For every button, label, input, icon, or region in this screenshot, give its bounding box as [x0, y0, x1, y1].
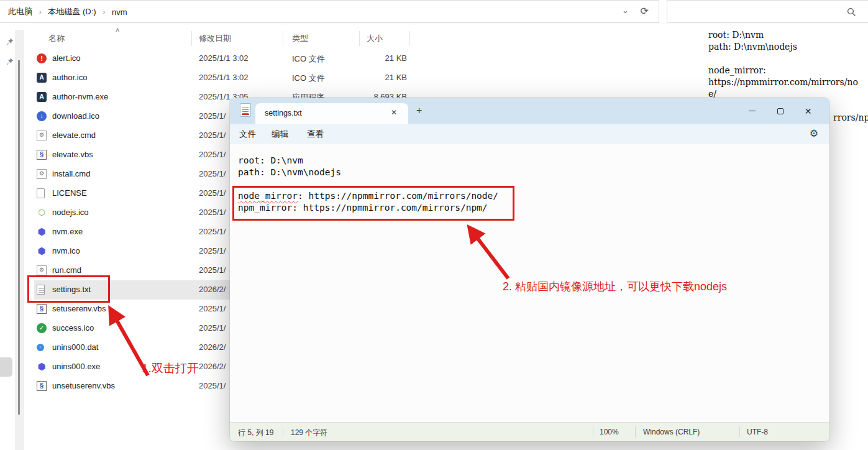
status-char-count: 129 个字符 [291, 428, 327, 438]
explorer-top-bar: 此电脑›本地磁盘 (D:)›nvm ⌄ ⟳ [0, 0, 868, 24]
maximize-button[interactable] [766, 98, 794, 124]
status-divider [739, 426, 740, 437]
file-name: nodejs.ico [52, 208, 89, 217]
column-header-row: ˄ 名称 修改日期 类型 大小 [0, 30, 423, 47]
status-divider [283, 426, 283, 437]
column-header-date[interactable]: 修改日期 [199, 33, 231, 44]
notepad-title-bar[interactable]: settings.txt ✕ + ✕ [230, 98, 829, 124]
status-line-endings[interactable]: Windows (CRLF) [643, 428, 700, 436]
nvm-icon: ⬢ [37, 246, 47, 256]
file-date: 2025/1/ [199, 169, 226, 178]
alert-icon: ! [37, 53, 47, 63]
file-date: 2025/1/1 3:02 [199, 53, 249, 63]
file-name: setuserenv.vbs [52, 304, 106, 313]
file-name: author-nvm.exe [52, 92, 108, 101]
file-date: 2025/1/ [199, 188, 226, 198]
file-row[interactable]: Aauthor.ico2025/1/1 3:02ICO 文件21 KB [0, 68, 411, 88]
author-icon: A [37, 92, 47, 102]
annotation-step2: 2. 粘贴国内镜像源地址，可以更快下载nodejs [503, 279, 727, 294]
status-divider [635, 426, 636, 437]
file-name: alert.ico [52, 53, 81, 63]
breadcrumb: 此电脑›本地磁盘 (D:)›nvm [7, 1, 129, 23]
background-text-partial: rrors/np [833, 112, 868, 122]
editor-line: root: D:\nvm [238, 155, 303, 167]
sort-ascending-icon: ˄ [116, 26, 119, 34]
file-name: settings.txt [52, 285, 91, 294]
breadcrumb-item[interactable]: 此电脑 [7, 5, 34, 19]
download-icon: ↓ [37, 111, 47, 121]
file-size: 21 KB [339, 53, 407, 63]
editor-line: path: D:\nvm\nodejs [238, 167, 341, 178]
success-icon: ✓ [37, 323, 47, 333]
column-divider[interactable] [191, 31, 192, 46]
menu-item-2[interactable]: 查看 [307, 129, 324, 140]
file-name: unsetuserenv.vbs [52, 381, 115, 390]
file-name: install.cmd [52, 169, 90, 178]
file-type: ICO 文件 [292, 53, 325, 65]
cmd-icon: ⚙ [37, 131, 47, 140]
file-date: 2025/1/ [199, 265, 226, 275]
editor-line: npm_mirror: https://npmmirror.com/mirror… [238, 202, 488, 214]
file-name: unins000.exe [52, 362, 100, 371]
column-divider[interactable] [283, 31, 283, 46]
file-name: download.ico [52, 111, 99, 121]
column-header-size[interactable]: 大小 [367, 33, 383, 44]
file-date: 2025/1/ [199, 304, 226, 313]
column-divider[interactable] [359, 31, 360, 46]
tab-settings-txt[interactable]: settings.txt ✕ [255, 103, 408, 124]
nodejs-icon: ⬡ [37, 208, 47, 218]
notepad-app-icon [240, 103, 251, 117]
status-encoding[interactable]: UTF-8 [747, 428, 768, 436]
column-divider[interactable] [409, 31, 410, 46]
file-date: 2026/2/ [199, 342, 226, 352]
search-box[interactable] [667, 0, 868, 23]
file-date: 2025/1/ [199, 381, 226, 390]
status-zoom-level[interactable]: 100% [600, 428, 619, 436]
status-divider [593, 426, 593, 437]
dat-icon: ◦ [37, 344, 44, 351]
file-size: 21 KB [339, 73, 407, 82]
file-date: 2025/1/ [199, 131, 226, 140]
vbs-icon: § [37, 150, 47, 160]
menu-item-1[interactable]: 编辑 [272, 129, 288, 140]
misspelled-word: node_mirror [238, 191, 298, 201]
file-name: success.ico [52, 323, 94, 333]
file-date: 2026/2/ [199, 285, 226, 294]
status-cursor-position: 行 5, 列 19 [238, 428, 273, 438]
file-date: 2025/1/ [199, 323, 226, 333]
file-date: 2025/1/ [199, 246, 226, 255]
column-header-type[interactable]: 类型 [292, 33, 308, 44]
chevron-down-icon[interactable]: ⌄ [622, 6, 629, 14]
txt-icon [37, 285, 45, 295]
window-controls: ✕ [738, 98, 822, 124]
background-text-line: https://npmmirror.com/mirrors/no [708, 77, 858, 87]
new-tab-button[interactable]: + [416, 106, 422, 116]
gear-icon[interactable]: ⚙ [810, 127, 818, 139]
explorer-window: 此电脑›本地磁盘 (D:)›nvm ⌄ ⟳ ˄ 名称 修改日期 类型 大小 [0, 0, 868, 450]
refresh-icon[interactable]: ⟳ [641, 5, 649, 17]
close-button[interactable]: ✕ [794, 98, 822, 124]
file-date: 2025/1/ [199, 150, 226, 159]
file-name: run.cmd [52, 265, 81, 275]
close-icon: ✕ [805, 107, 812, 116]
search-icon [847, 7, 856, 17]
file-date: 2025/1/ [199, 208, 226, 217]
address-bar[interactable]: 此电脑›本地磁盘 (D:)›nvm ⌄ ⟳ [0, 0, 659, 23]
file-name: unins000.dat [52, 342, 98, 352]
breadcrumb-item[interactable]: nvm [111, 6, 129, 18]
breadcrumb-separator: › [39, 9, 41, 16]
breadcrumb-separator: › [103, 9, 105, 16]
file-icon [37, 188, 45, 198]
menu-item-0[interactable]: 文件 [239, 129, 256, 140]
file-name: nvm.exe [52, 227, 83, 236]
breadcrumb-item[interactable]: 本地磁盘 (D:) [47, 5, 97, 19]
file-name: LICENSE [52, 188, 87, 198]
column-header-name[interactable]: 名称 [48, 33, 65, 44]
tab-close-icon[interactable]: ✕ [391, 108, 397, 117]
minimize-button[interactable] [738, 98, 766, 124]
notepad-status-bar: 行 5, 列 19 129 个字符 100% Windows (CRLF) UT… [230, 422, 829, 441]
background-text-line: root: D:\nvm [708, 30, 764, 40]
file-name: elevate.vbs [52, 150, 93, 159]
tab-title: settings.txt [265, 109, 302, 117]
file-row[interactable]: !alert.ico2025/1/1 3:02ICO 文件21 KB [0, 49, 411, 68]
